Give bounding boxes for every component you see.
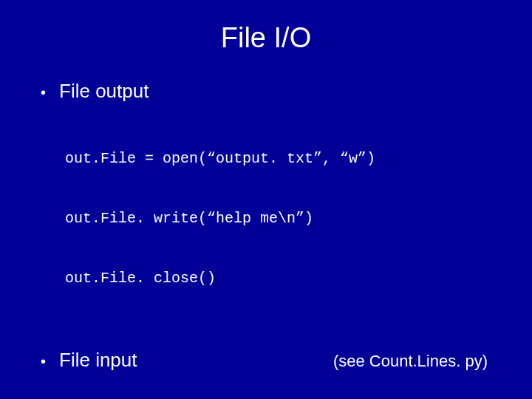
code-line: out.File. close()	[65, 268, 495, 288]
bullet-dot-icon: •	[41, 83, 46, 102]
code-block-output: out.File = open(“output. txt”, “w”) out.…	[65, 109, 495, 328]
aside-see-countlines: (see Count.Lines. py)	[333, 352, 495, 371]
page-title: File I/O	[37, 22, 495, 54]
code-line: out.File. write(“help me\n”)	[65, 208, 495, 228]
bullet-dot-icon: •	[41, 352, 46, 371]
code-block-input: in.File = open(“input. txt”, “r”) for li…	[65, 378, 495, 399]
bullet-file-input: • File input (see Count.Lines. py)	[37, 349, 495, 372]
code-line: out.File = open(“output. txt”, “w”)	[65, 149, 495, 168]
bullet-input-label: File input	[59, 349, 137, 372]
bullet-output-label: File output	[59, 80, 149, 103]
slide-container: File I/O • File output out.File = open(“…	[0, 0, 532, 399]
bullet-file-output: • File output	[37, 80, 495, 103]
